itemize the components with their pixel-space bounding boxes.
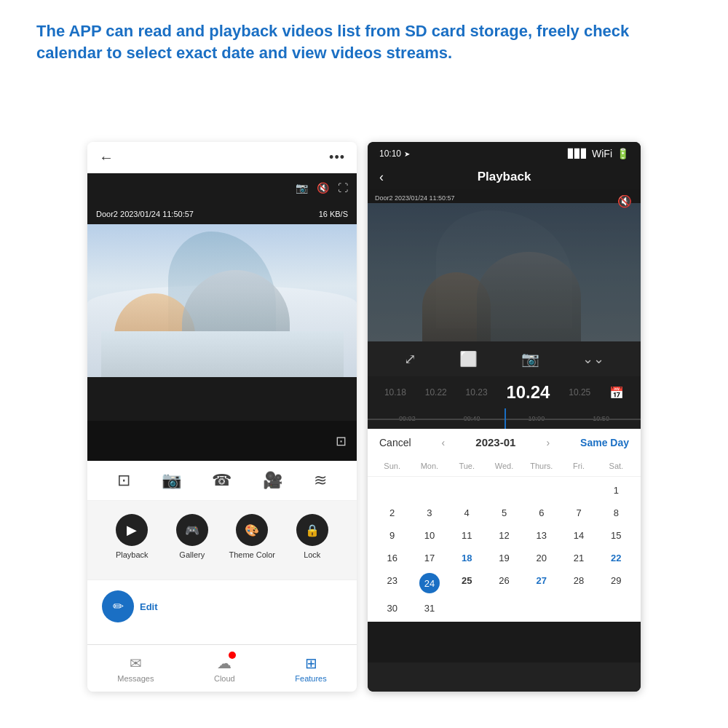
fullscreen-icon[interactable]: ⊡ <box>336 433 347 449</box>
cal-day-29[interactable]: 29 <box>598 570 635 596</box>
cal-day-16[interactable]: 16 <box>373 547 411 569</box>
cal-day-14[interactable]: 14 <box>560 525 597 546</box>
more-controls-icon[interactable]: ⌄⌄ <box>582 351 604 367</box>
cal-day-24-today[interactable]: 24 <box>411 570 448 596</box>
theme-label: Theme Color <box>229 550 275 559</box>
right-status-bar: 10:10 ➤ ▊▊▊ WiFi 🔋 <box>368 142 641 165</box>
cal-empty <box>560 598 597 619</box>
back-icon[interactable]: ← <box>99 149 114 166</box>
theme-icon: 🎨 <box>236 514 268 546</box>
calendar-days-header: Sun. Mon. Tue. Wed. Thurs. Fri. Sat. <box>368 456 641 477</box>
menu-row: ▶ Playback 🎮 Gallery 🎨 Theme Color 🔒 Loc… <box>102 514 342 559</box>
expand-icon[interactable]: ⤢ <box>404 350 416 368</box>
cal-day-23[interactable]: 23 <box>373 570 411 596</box>
phone-icon[interactable]: ☎ <box>212 471 232 490</box>
cal-empty <box>448 598 486 619</box>
cal-day-22[interactable]: 22 <box>598 547 635 569</box>
playback-label: Playback <box>116 550 149 559</box>
nav-cloud[interactable]: ☁ Cloud <box>214 654 235 683</box>
date-item-0[interactable]: 10.18 <box>384 387 406 397</box>
frame-icon[interactable]: ⊡ <box>117 471 130 490</box>
cal-day-1[interactable]: 1 <box>598 480 635 501</box>
cal-day-6[interactable]: 6 <box>523 502 560 523</box>
calendar-icon[interactable]: 📅 <box>609 386 624 400</box>
date-item-4[interactable]: 10.25 <box>569 387 590 397</box>
cal-day-12[interactable]: 12 <box>486 525 523 546</box>
day-header-wed: Wed. <box>486 459 523 473</box>
same-day-button[interactable]: Same Day <box>580 437 629 448</box>
filter-icon[interactable]: ≋ <box>314 471 327 490</box>
lock-icon: 🔒 <box>296 514 328 546</box>
right-topbar: ‹ Playback <box>368 165 641 189</box>
menu-dots-icon[interactable]: ••• <box>329 150 345 165</box>
cal-day-8[interactable]: 8 <box>598 502 635 523</box>
battery-icon: 🔋 <box>617 148 629 159</box>
cal-day-20[interactable]: 20 <box>523 547 560 569</box>
cal-day-27[interactable]: 27 <box>523 570 560 596</box>
cal-day-30[interactable]: 30 <box>373 598 411 619</box>
day-header-sun: Sun. <box>373 459 411 473</box>
cal-day-10[interactable]: 10 <box>411 525 448 546</box>
cloud-label: Cloud <box>214 674 235 683</box>
menu-item-theme[interactable]: 🎨 Theme Color <box>223 514 281 559</box>
prev-month-icon[interactable]: ‹ <box>442 437 446 448</box>
menu-item-gallery[interactable]: 🎮 Gallery <box>163 514 221 559</box>
gallery-label: Gallery <box>179 550 205 559</box>
status-icons: ▊▊▊ WiFi 🔋 <box>568 148 629 159</box>
right-mute-icon[interactable]: 🔇 <box>617 194 632 208</box>
cal-day-19[interactable]: 19 <box>486 547 523 569</box>
right-back-icon[interactable]: ‹ <box>379 170 384 185</box>
cal-day-13[interactable]: 13 <box>523 525 560 546</box>
cal-empty <box>523 480 560 501</box>
month-display: 2023-01 <box>475 436 515 448</box>
cal-day-17[interactable]: 17 <box>411 547 448 569</box>
camera-capture-icon[interactable]: 📷 <box>521 350 539 368</box>
time-display: 10:10 ➤ <box>379 149 410 159</box>
cal-empty <box>448 480 486 501</box>
date-strip: 10.18 10.22 10.23 10.24 10.25 📅 <box>368 376 641 408</box>
screen-icon[interactable]: ⛶ <box>338 182 348 194</box>
cal-day-4[interactable]: 4 <box>448 502 486 523</box>
menu-item-lock[interactable]: 🔒 Lock <box>283 514 341 559</box>
cal-day-7[interactable]: 7 <box>560 502 597 523</box>
next-month-icon[interactable]: › <box>546 437 550 448</box>
cal-day-3[interactable]: 3 <box>411 502 448 523</box>
menu-grid: ▶ Playback 🎮 Gallery 🎨 Theme Color 🔒 Loc… <box>87 501 357 579</box>
edit-icon[interactable]: ✏ <box>102 590 134 622</box>
cal-empty <box>560 480 597 501</box>
menu-item-playback[interactable]: ▶ Playback <box>103 514 161 559</box>
cal-day-21[interactable]: 21 <box>560 547 597 569</box>
video-icon[interactable]: 🎥 <box>263 471 282 490</box>
cal-day-5[interactable]: 5 <box>486 502 523 523</box>
cal-day-25[interactable]: 25 <box>448 570 486 596</box>
timeline-cursor[interactable] <box>505 408 506 429</box>
cal-day-26[interactable]: 26 <box>486 570 523 596</box>
cal-day-18[interactable]: 18 <box>448 547 486 569</box>
features-icon: ⊞ <box>305 654 317 672</box>
bottom-toolbar: ⊡ 📷 ☎ 🎥 ≋ <box>87 461 357 501</box>
cal-day-9[interactable]: 9 <box>373 525 411 546</box>
playback-icon: ▶ <box>116 514 148 546</box>
cal-day-31[interactable]: 31 <box>411 598 448 619</box>
nav-features[interactable]: ⊞ Features <box>295 654 326 683</box>
mute-icon[interactable]: 🔇 <box>317 182 329 194</box>
messages-label: Messages <box>117 674 154 683</box>
nav-messages[interactable]: ✉ Messages <box>117 654 154 683</box>
cal-day-2[interactable]: 2 <box>373 502 411 523</box>
cal-empty <box>486 480 523 501</box>
video-speed: 16 KB/S <box>319 210 348 218</box>
date-item-2[interactable]: 10.23 <box>466 387 488 397</box>
video-content <box>87 224 357 377</box>
date-item-1[interactable]: 10.22 <box>425 387 447 397</box>
cal-day-28[interactable]: 28 <box>560 570 597 596</box>
camera-icon[interactable]: 📷 <box>296 182 308 194</box>
right-title: Playback <box>478 170 531 184</box>
snapshot-icon[interactable]: 📷 <box>162 471 181 490</box>
cal-day-15[interactable]: 15 <box>598 525 635 546</box>
cal-day-11[interactable]: 11 <box>448 525 486 546</box>
cancel-button[interactable]: Cancel <box>379 437 411 448</box>
date-item-active[interactable]: 10.24 <box>506 382 550 403</box>
right-video-player: Door2 2023/01/24 11:50:57 🔇 <box>368 189 641 341</box>
record-icon[interactable]: ⬜ <box>459 350 478 368</box>
cal-empty <box>598 598 635 619</box>
